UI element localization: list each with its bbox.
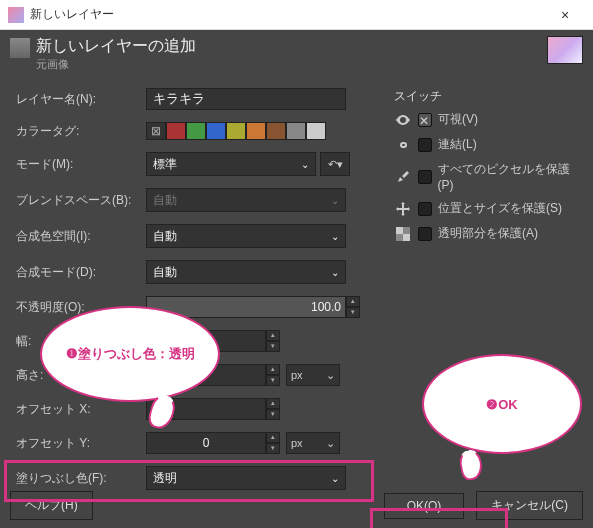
blend-space-label: ブレンドスペース(B): xyxy=(16,192,146,209)
layer-icon xyxy=(10,38,30,58)
size-unit-select[interactable]: px⌄ xyxy=(286,364,340,386)
dialog-subtitle: 元画像 xyxy=(36,57,196,72)
color-tag[interactable] xyxy=(266,122,286,140)
color-tag[interactable] xyxy=(206,122,226,140)
color-tag[interactable] xyxy=(306,122,326,140)
preview-thumbnail xyxy=(547,36,583,64)
chevron-down-icon: ⌄ xyxy=(331,195,339,206)
composite-mode-select[interactable]: 自動⌄ xyxy=(146,260,346,284)
mode-label: モード(M): xyxy=(16,156,146,173)
color-tag[interactable] xyxy=(286,122,306,140)
lock-alpha-checkbox[interactable] xyxy=(418,227,432,241)
offset-x-spinner[interactable]: ▴▾ xyxy=(266,398,280,420)
composite-space-label: 合成色空間(I): xyxy=(16,228,146,245)
app-icon xyxy=(8,7,24,23)
opacity-slider[interactable]: 100.0 xyxy=(146,296,346,318)
link-icon xyxy=(394,137,412,153)
blend-space-select[interactable]: 自動⌄ xyxy=(146,188,346,212)
opacity-label: 不透明度(O): xyxy=(16,299,146,316)
color-tag-none[interactable]: ⊠ xyxy=(146,122,166,140)
chevron-down-icon: ⌄ xyxy=(331,473,339,484)
cancel-button[interactable]: キャンセル(C) xyxy=(476,491,583,520)
eye-icon xyxy=(394,112,412,128)
color-tag-group: ⊠ xyxy=(146,122,326,140)
switches-title: スイッチ xyxy=(394,88,583,105)
composite-space-select[interactable]: 自動⌄ xyxy=(146,224,346,248)
lock-pos-label: 位置とサイズを保護(S) xyxy=(438,200,562,217)
window-title: 新しいレイヤー xyxy=(30,6,545,23)
fill-label: 塗りつぶし色(F): xyxy=(16,470,146,487)
width-input[interactable] xyxy=(146,330,266,352)
mode-select[interactable]: 標準⌄ xyxy=(146,152,316,176)
move-icon xyxy=(394,201,412,217)
visible-checkbox[interactable]: ✕ xyxy=(418,113,432,127)
ok-button[interactable]: OK(O) xyxy=(384,493,465,519)
mode-reset-button[interactable]: ↶▾ xyxy=(320,152,350,176)
lock-pixels-label: すべてのピクセルを保護(P) xyxy=(438,161,584,192)
linked-checkbox[interactable] xyxy=(418,138,432,152)
dialog-title: 新しいレイヤーの追加 xyxy=(36,36,196,57)
color-tag[interactable] xyxy=(226,122,246,140)
color-tag[interactable] xyxy=(186,122,206,140)
offset-y-label: オフセット Y: xyxy=(16,435,146,452)
height-spinner[interactable]: ▴▾ xyxy=(266,364,280,386)
offset-unit-select[interactable]: px⌄ xyxy=(286,432,340,454)
opacity-spinner[interactable]: ▴▾ xyxy=(346,296,360,318)
height-label: 高さ: xyxy=(16,367,146,384)
chevron-down-icon: ⌄ xyxy=(301,159,309,170)
lock-pixels-checkbox[interactable] xyxy=(418,170,432,184)
help-button[interactable]: ヘルプ(H) xyxy=(10,491,93,520)
offset-y-input[interactable]: 0 xyxy=(146,432,266,454)
offset-x-input[interactable] xyxy=(146,398,266,420)
offset-y-spinner[interactable]: ▴▾ xyxy=(266,432,280,454)
layer-name-input[interactable] xyxy=(146,88,346,110)
height-input[interactable] xyxy=(146,364,266,386)
color-tag[interactable] xyxy=(166,122,186,140)
chevron-down-icon: ⌄ xyxy=(331,231,339,242)
svg-rect-1 xyxy=(396,227,403,234)
svg-rect-2 xyxy=(403,234,410,241)
width-label: 幅: xyxy=(16,333,146,350)
lock-pos-checkbox[interactable] xyxy=(418,202,432,216)
brush-icon xyxy=(394,169,412,185)
visible-label: 可視(V) xyxy=(438,111,478,128)
checker-icon xyxy=(394,226,412,242)
fill-select[interactable]: 透明⌄ xyxy=(146,466,346,490)
width-spinner[interactable]: ▴▾ xyxy=(266,330,280,352)
composite-mode-label: 合成モード(D): xyxy=(16,264,146,281)
lock-alpha-label: 透明部分を保護(A) xyxy=(438,225,538,242)
linked-label: 連結(L) xyxy=(438,136,477,153)
close-button[interactable]: × xyxy=(545,7,585,23)
offset-x-label: オフセット X: xyxy=(16,401,146,418)
color-tag-label: カラータグ: xyxy=(16,123,146,140)
color-tag[interactable] xyxy=(246,122,266,140)
layer-name-label: レイヤー名(N): xyxy=(16,91,146,108)
chevron-down-icon: ⌄ xyxy=(331,267,339,278)
